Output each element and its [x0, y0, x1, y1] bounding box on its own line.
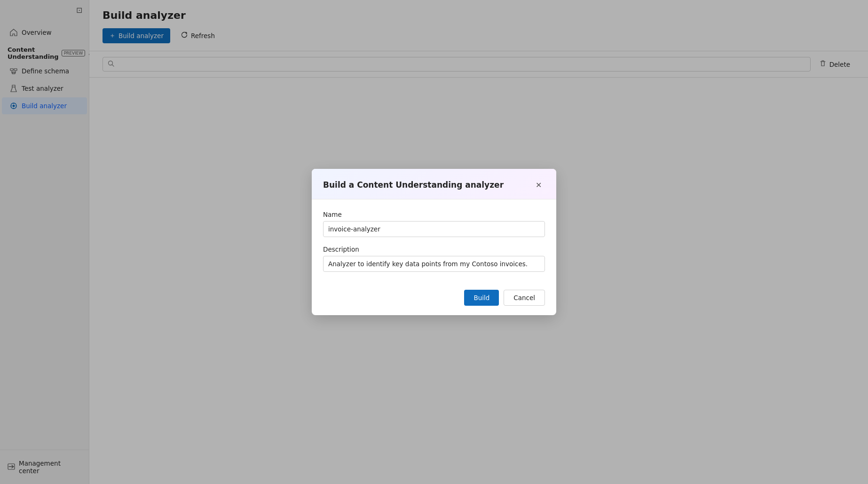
dialog-body: Name Description: [312, 199, 556, 290]
dialog-title: Build a Content Understanding analyzer: [323, 180, 504, 190]
main-content-area: Build analyzer ＋ Build analyzer Refresh: [89, 0, 868, 484]
dialog-header: Build a Content Understanding analyzer ✕: [312, 169, 556, 199]
build-analyzer-dialog: Build a Content Understanding analyzer ✕…: [312, 169, 556, 315]
description-input[interactable]: [323, 256, 545, 272]
name-label: Name: [323, 211, 545, 218]
name-form-group: Name: [323, 211, 545, 237]
dialog-overlay: Build a Content Understanding analyzer ✕…: [0, 0, 868, 484]
close-icon: ✕: [536, 181, 542, 190]
description-form-group: Description: [323, 246, 545, 272]
dialog-close-button[interactable]: ✕: [532, 178, 545, 191]
dialog-build-button[interactable]: Build: [464, 290, 499, 306]
dialog-footer: Build Cancel: [312, 290, 556, 315]
description-label: Description: [323, 246, 545, 253]
dialog-cancel-button[interactable]: Cancel: [504, 290, 545, 306]
name-input[interactable]: [323, 221, 545, 237]
